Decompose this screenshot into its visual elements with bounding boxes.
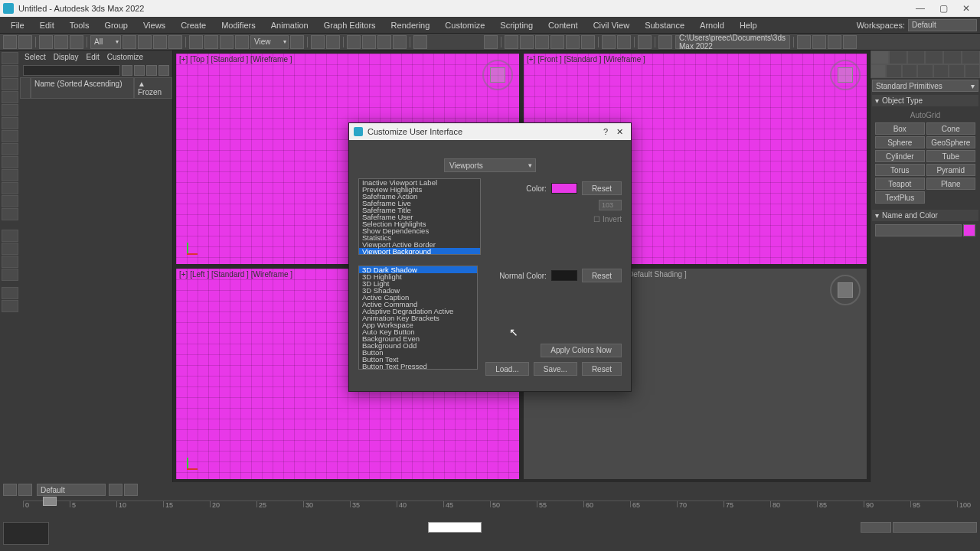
menu-arnold[interactable]: Arnold bbox=[692, 18, 732, 32]
intensity-spinner[interactable]: 103 bbox=[599, 200, 622, 210]
pyramid-button[interactable]: Pyramid bbox=[926, 164, 976, 176]
render-frame-icon[interactable] bbox=[812, 35, 826, 49]
se-col-name[interactable]: Name (Sorted Ascending) bbox=[31, 77, 134, 99]
material-editor-icon[interactable] bbox=[638, 35, 652, 49]
se-tool-icon[interactable] bbox=[146, 65, 157, 76]
se-menu-customize[interactable]: Customize bbox=[107, 53, 143, 61]
time-slider[interactable] bbox=[43, 497, 57, 506]
se-menu-display[interactable]: Display bbox=[54, 53, 79, 61]
rotate-icon[interactable] bbox=[204, 35, 218, 49]
lb-icon[interactable] bbox=[2, 65, 18, 77]
lb-icon[interactable] bbox=[2, 182, 18, 194]
se-col-icon[interactable] bbox=[20, 77, 31, 99]
menu-substance[interactable]: Substance bbox=[637, 18, 692, 32]
viewcube-icon[interactable] bbox=[830, 60, 861, 90]
placement-icon[interactable] bbox=[235, 35, 249, 49]
use-pivot-icon[interactable] bbox=[290, 35, 304, 49]
lb-icon[interactable] bbox=[2, 52, 18, 64]
se-tool-icon[interactable] bbox=[134, 65, 145, 76]
reset-color-button[interactable]: Reset bbox=[582, 181, 622, 195]
lb-icon[interactable] bbox=[2, 230, 18, 242]
status-field[interactable] bbox=[428, 522, 482, 533]
invert-checkbox[interactable]: ☐ Invert bbox=[593, 215, 622, 223]
rect-region-icon[interactable] bbox=[153, 35, 167, 49]
layer-icon[interactable] bbox=[109, 484, 122, 496]
lb-icon[interactable] bbox=[2, 287, 18, 299]
lb-icon[interactable] bbox=[2, 104, 18, 116]
ref-coord-dropdown[interactable]: View bbox=[250, 35, 289, 49]
angle-snap-icon[interactable] bbox=[362, 35, 376, 49]
create-tab[interactable] bbox=[871, 51, 889, 64]
manipulate-icon[interactable] bbox=[311, 35, 325, 49]
cone-button[interactable]: Cone bbox=[926, 122, 976, 135]
menu-rendering[interactable]: Rendering bbox=[384, 18, 438, 32]
spacewarps-subtab[interactable] bbox=[949, 64, 964, 78]
reset-normal-button[interactable]: Reset bbox=[582, 269, 622, 282]
align6-icon[interactable] bbox=[581, 35, 595, 49]
display-tab[interactable] bbox=[943, 51, 962, 64]
window-crossing-icon[interactable] bbox=[168, 35, 182, 49]
viewcube-icon[interactable] bbox=[482, 60, 513, 90]
dialog-help-button[interactable]: ? bbox=[599, 125, 612, 139]
object-name-input[interactable] bbox=[875, 224, 962, 236]
torus-button[interactable]: Torus bbox=[875, 164, 925, 176]
viewcube-icon[interactable] bbox=[830, 275, 861, 305]
menu-graph-editors[interactable]: Graph Editors bbox=[316, 18, 384, 32]
select-icon[interactable] bbox=[122, 35, 136, 49]
tube-button[interactable]: Tube bbox=[926, 150, 976, 162]
select-by-name-icon[interactable] bbox=[138, 35, 152, 49]
minimize-button[interactable]: — bbox=[910, 2, 931, 15]
lb-icon[interactable] bbox=[2, 269, 18, 281]
align4-icon[interactable] bbox=[550, 35, 564, 49]
lb-icon[interactable] bbox=[2, 91, 18, 103]
project-path-field[interactable]: C:\Users\preec\Documents\3ds Max 2022 bbox=[675, 35, 790, 49]
align3-icon[interactable] bbox=[535, 35, 549, 49]
elements-list[interactable]: Inactive Viewport LabelPreview Highlight… bbox=[358, 178, 481, 255]
mirror-icon[interactable] bbox=[484, 35, 498, 49]
menu-civil-view[interactable]: Civil View bbox=[586, 18, 637, 32]
redo-icon[interactable] bbox=[18, 35, 32, 49]
vp-label[interactable]: [+] [Front ] [Standard ] [Wireframe ] bbox=[527, 55, 645, 64]
se-search-input[interactable] bbox=[23, 65, 120, 76]
spinner-snap-icon[interactable] bbox=[393, 35, 407, 49]
schematic-icon[interactable] bbox=[602, 35, 616, 49]
layer-icon[interactable] bbox=[124, 484, 138, 496]
lb-icon[interactable] bbox=[2, 143, 18, 155]
vp-label[interactable]: [+] [Left ] [Standard ] [Wireframe ] bbox=[179, 270, 292, 279]
move-icon[interactable] bbox=[189, 35, 203, 49]
lb-icon[interactable] bbox=[2, 256, 18, 268]
maximize-button[interactable]: ▢ bbox=[933, 2, 954, 15]
se-body[interactable] bbox=[20, 99, 172, 482]
lb-icon[interactable] bbox=[2, 300, 18, 312]
render-setup-icon[interactable] bbox=[797, 35, 811, 49]
menu-scripting[interactable]: Scripting bbox=[492, 18, 541, 32]
status-field[interactable] bbox=[861, 522, 891, 533]
name-color-header[interactable]: ▾Name and Color bbox=[872, 210, 978, 221]
shapes-subtab[interactable] bbox=[886, 64, 901, 78]
align5-icon[interactable] bbox=[566, 35, 580, 49]
menu-customize[interactable]: Customize bbox=[437, 18, 492, 32]
menu-create[interactable]: Create bbox=[173, 18, 214, 32]
lb-icon[interactable] bbox=[2, 243, 18, 255]
timeline[interactable]: 0510152025303540455055606570758085909510… bbox=[23, 500, 957, 517]
box-button[interactable]: Box bbox=[875, 122, 925, 135]
lb-icon[interactable] bbox=[2, 117, 18, 129]
plane-button[interactable]: Plane bbox=[926, 178, 976, 190]
menu-content[interactable]: Content bbox=[541, 18, 586, 32]
lb-icon[interactable] bbox=[2, 78, 18, 90]
autogrid-checkbox[interactable]: AutoGrid bbox=[875, 109, 975, 121]
edit-named-sel-icon[interactable] bbox=[413, 35, 427, 49]
systems-subtab[interactable] bbox=[965, 64, 980, 78]
lb-icon[interactable] bbox=[2, 130, 18, 142]
save-button[interactable]: Save... bbox=[534, 362, 577, 376]
menu-views[interactable]: Views bbox=[136, 18, 173, 32]
status-dropdown[interactable] bbox=[893, 522, 977, 533]
helpers-subtab[interactable] bbox=[933, 64, 949, 78]
menu-modifiers[interactable]: Modifiers bbox=[214, 18, 263, 32]
selection-filter-dropdown[interactable]: All bbox=[90, 35, 121, 49]
textplus-button[interactable]: TextPlus bbox=[875, 191, 925, 204]
menu-animation[interactable]: Animation bbox=[263, 18, 316, 32]
bind-icon[interactable] bbox=[70, 35, 83, 49]
folder-icon[interactable] bbox=[658, 35, 672, 49]
render-last-icon[interactable] bbox=[843, 35, 857, 49]
